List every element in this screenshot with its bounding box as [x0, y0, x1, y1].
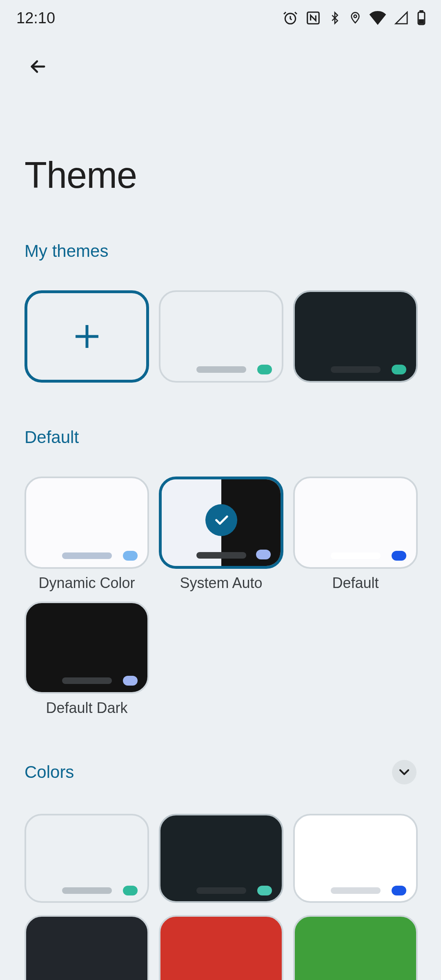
my-theme-dark[interactable]: [293, 290, 418, 383]
my-themes-grid: [0, 290, 441, 383]
theme-dynamic-color[interactable]: [24, 477, 149, 569]
colors-grid-row2: [0, 915, 441, 980]
theme-accent-dot: [392, 551, 406, 561]
color-theme-white-blue[interactable]: [293, 814, 418, 903]
selected-check: [205, 504, 237, 536]
theme-preview-bar: [196, 887, 246, 894]
theme-label: Dynamic Color: [38, 575, 135, 592]
section-default: Default: [0, 428, 441, 447]
plus-icon: [70, 319, 104, 354]
status-bar: 12:10: [0, 0, 441, 36]
status-icons: [283, 10, 426, 26]
svg-point-2: [354, 15, 357, 18]
theme-default[interactable]: [293, 477, 418, 569]
theme-accent-dot: [256, 550, 271, 559]
nfc-icon: [305, 10, 321, 26]
theme-system-auto[interactable]: [159, 477, 283, 569]
section-header-colors: Colors: [24, 762, 74, 782]
expand-colors-button[interactable]: [392, 760, 416, 784]
theme-accent-dot: [392, 886, 406, 895]
wifi-icon: [369, 11, 386, 25]
theme-accent-dot: [257, 365, 272, 374]
back-button[interactable]: [24, 52, 52, 81]
theme-preview-bar: [62, 887, 112, 894]
theme-preview-bar: [331, 552, 381, 559]
theme-default-dark[interactable]: [24, 601, 149, 694]
section-header-my-themes: My themes: [24, 241, 416, 261]
arrow-left-icon: [27, 56, 49, 77]
navbar: [0, 36, 441, 81]
my-theme-light[interactable]: [159, 290, 283, 383]
color-theme-light-teal[interactable]: [24, 814, 149, 903]
section-my-themes: My themes: [0, 241, 441, 261]
theme-preview-bar: [196, 366, 246, 373]
theme-accent-dot: [123, 886, 138, 895]
svg-rect-5: [419, 20, 423, 23]
theme-accent-dot: [123, 551, 138, 561]
theme-label: Default Dark: [46, 699, 127, 717]
color-theme-dark-teal[interactable]: [159, 814, 283, 903]
check-icon: [213, 512, 230, 529]
theme-accent-dot: [257, 886, 272, 895]
add-theme-button[interactable]: [24, 290, 149, 383]
color-theme-green[interactable]: [293, 915, 418, 980]
alarm-icon: [283, 10, 298, 26]
location-icon: [349, 10, 362, 26]
theme-label: Default: [332, 575, 379, 592]
page-title: Theme: [0, 81, 441, 196]
svg-rect-4: [420, 11, 423, 12]
chevron-down-icon: [396, 764, 412, 780]
theme-preview-bar: [62, 552, 112, 559]
theme-preview-bar: [331, 887, 381, 894]
theme-preview-bar: [62, 677, 112, 684]
theme-label: System Auto: [180, 575, 262, 592]
theme-preview-bar: [331, 366, 381, 373]
default-themes-grid: Dynamic Color System Auto Default Defaul…: [0, 477, 441, 717]
theme-accent-dot: [123, 676, 138, 686]
color-theme-red[interactable]: [159, 915, 283, 980]
status-time: 12:10: [16, 9, 55, 27]
color-theme-darkgrey-blue[interactable]: [24, 915, 149, 980]
section-colors: Colors: [0, 760, 441, 784]
colors-grid-row1: [0, 814, 441, 903]
cell-signal-icon: [394, 11, 409, 25]
section-header-default: Default: [24, 428, 416, 447]
battery-icon: [416, 10, 426, 26]
theme-accent-dot: [392, 365, 406, 374]
bluetooth-icon: [328, 10, 341, 26]
